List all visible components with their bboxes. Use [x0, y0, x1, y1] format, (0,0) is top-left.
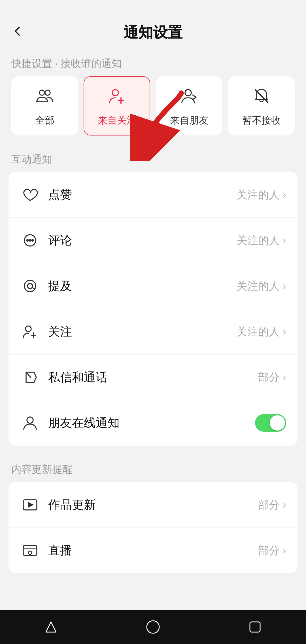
like-label: 点赞: [48, 187, 237, 203]
works-label: 作品更新: [48, 497, 258, 513]
at-icon: [20, 276, 40, 296]
comment-label: 评论: [48, 232, 237, 248]
message-icon: [20, 367, 40, 387]
person-icon: [20, 413, 40, 433]
like-value: 关注的人: [237, 188, 280, 202]
svg-point-14: [26, 326, 31, 332]
comment-icon: [20, 230, 40, 251]
svg-rect-26: [250, 622, 260, 632]
follow-value: 关注的人: [237, 325, 280, 339]
svg-point-12: [24, 280, 36, 292]
message-item[interactable]: 私信和通话 部分 ›: [8, 355, 298, 400]
message-value: 部分: [258, 370, 280, 385]
nav-back-button[interactable]: [40, 616, 62, 638]
qs-mute[interactable]: 暂不接收: [228, 76, 295, 135]
top-nav: 通知设置: [0, 17, 306, 48]
page-title: 通知设置: [124, 23, 182, 43]
svg-point-1: [45, 90, 50, 95]
svg-line-17: [26, 372, 31, 377]
qs-friends-label: 来自朋友: [170, 114, 209, 127]
online-item[interactable]: 朋友在线通知: [8, 400, 298, 446]
live-chevron: ›: [282, 545, 286, 557]
live-label: 直播: [48, 543, 258, 558]
back-button[interactable]: [11, 25, 24, 41]
svg-point-23: [28, 551, 32, 554]
status-bar: [0, 0, 306, 17]
svg-point-10: [29, 240, 31, 241]
friends-icon: [180, 87, 198, 109]
video-icon: [20, 495, 40, 515]
svg-point-13: [27, 283, 33, 289]
message-chevron: ›: [282, 371, 286, 384]
qs-mute-label: 暂不接收: [242, 114, 281, 127]
content-section-label: 内容更新提醒: [0, 454, 306, 482]
svg-point-25: [147, 621, 159, 633]
live-value: 部分: [258, 543, 280, 558]
quick-settings-label: 快捷设置 · 接收谁的通知: [0, 48, 306, 76]
mention-item[interactable]: 提及 关注的人 ›: [8, 263, 298, 309]
nav-recent-button[interactable]: [244, 616, 266, 638]
qs-all-label: 全部: [35, 114, 54, 127]
works-item[interactable]: 作品更新 部分 ›: [8, 482, 298, 528]
qs-following[interactable]: 来自关注: [84, 76, 150, 135]
svg-point-2: [112, 90, 118, 96]
svg-point-9: [27, 240, 28, 241]
comment-chevron: ›: [282, 234, 286, 247]
live-icon: [20, 540, 40, 561]
svg-point-0: [39, 90, 44, 95]
online-toggle[interactable]: [255, 414, 286, 432]
interaction-section-card: 点赞 关注的人 › 评论 关注的人 › 提及 关注的人 ›: [8, 172, 298, 446]
heart-icon: [20, 185, 40, 205]
svg-marker-24: [46, 622, 56, 632]
follow-add-icon: [108, 87, 126, 109]
qs-all[interactable]: 全部: [11, 76, 78, 135]
works-value: 部分: [258, 498, 280, 512]
mention-label: 提及: [48, 278, 237, 294]
quick-settings-grid: 全部 来自关注 来自朋友: [0, 76, 306, 144]
comment-item[interactable]: 评论 关注的人 ›: [8, 218, 298, 263]
svg-marker-20: [28, 503, 33, 507]
nav-home-button[interactable]: [142, 616, 164, 638]
all-users-icon: [36, 87, 54, 109]
online-label: 朋友在线通知: [48, 415, 255, 431]
follow-chevron: ›: [282, 326, 286, 338]
follow-icon: [20, 321, 40, 342]
live-item[interactable]: 直播 部分 ›: [8, 528, 298, 573]
content-section-card: 作品更新 部分 › 直播 部分 ›: [8, 482, 298, 573]
bottom-nav: [0, 610, 306, 644]
interaction-section-label: 互动通知: [0, 144, 306, 172]
follow-label: 关注: [48, 324, 237, 340]
svg-point-5: [185, 90, 191, 96]
qs-friends[interactable]: 来自朋友: [156, 76, 222, 135]
like-item[interactable]: 点赞 关注的人 ›: [8, 172, 298, 218]
svg-point-11: [32, 240, 33, 241]
comment-value: 关注的人: [237, 233, 280, 248]
follow-item[interactable]: 关注 关注的人 ›: [8, 309, 298, 355]
mute-bell-icon: [252, 87, 271, 109]
mention-value: 关注的人: [237, 279, 280, 293]
mention-chevron: ›: [282, 280, 286, 292]
svg-point-18: [27, 417, 33, 423]
like-chevron: ›: [282, 189, 286, 201]
message-label: 私信和通话: [48, 369, 258, 385]
works-chevron: ›: [282, 499, 286, 511]
qs-following-label: 来自关注: [98, 114, 136, 127]
